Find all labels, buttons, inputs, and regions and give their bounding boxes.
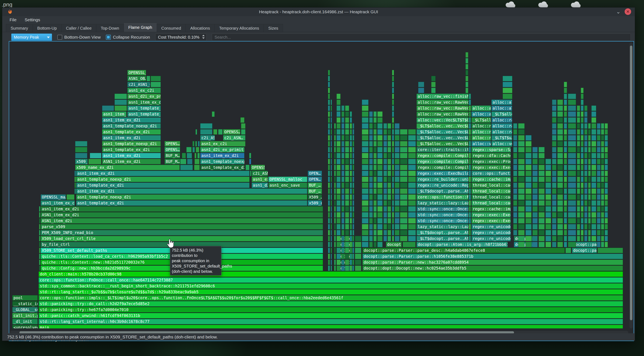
flame-frame-unlabeled[interactable] xyxy=(400,194,408,200)
flame-frame[interactable]: asn1_item_ex_d2i xyxy=(102,153,161,158)
flame-frame-unlabeled[interactable] xyxy=(395,171,400,176)
flame-frame-unlabeled[interactable] xyxy=(532,224,538,230)
flame-frame-unlabeled[interactable] xyxy=(584,117,588,123)
flame-frame-unlabeled[interactable] xyxy=(591,141,596,146)
flame-frame-unlabeled[interactable] xyxy=(466,82,468,87)
flame-frame-unlabeled[interactable] xyxy=(588,218,591,224)
flame-frame-unlabeled[interactable] xyxy=(557,171,563,176)
flame-frame-unlabeled[interactable] xyxy=(328,76,330,81)
flame-frame-unlabeled[interactable] xyxy=(513,141,517,146)
flame-frame-unlabeled[interactable] xyxy=(604,129,608,135)
flame-frame-unlabeled[interactable] xyxy=(597,141,600,146)
flame-frame-unlabeled[interactable] xyxy=(469,141,471,146)
flame-frame-unlabeled[interactable] xyxy=(466,64,468,70)
flame-frame-unlabeled[interactable] xyxy=(377,242,382,247)
flame-frame-unlabeled[interactable] xyxy=(362,100,368,105)
flame-frame-unlabeled[interactable] xyxy=(400,147,408,152)
flame-frame-unlabeled[interactable] xyxy=(564,141,567,146)
flame-frame-unlabeled[interactable] xyxy=(577,206,580,212)
flame-frame-unlabeled[interactable] xyxy=(552,171,556,176)
flame-frame-unlabeled[interactable] xyxy=(546,159,551,164)
flame-frame-unlabeled[interactable] xyxy=(330,147,332,152)
flame-frame-unlabeled[interactable] xyxy=(342,183,344,188)
flame-frame-unlabeled[interactable] xyxy=(513,189,517,194)
flame-frame-unlabeled[interactable] xyxy=(330,218,332,224)
flame-frame-unlabeled[interactable] xyxy=(392,159,394,164)
flame-frame-unlabeled[interactable] xyxy=(336,176,340,182)
flame-frame-unlabeled[interactable] xyxy=(538,153,544,158)
flame-frame-unlabeled[interactable] xyxy=(350,117,352,123)
flame-frame-unlabeled[interactable] xyxy=(374,183,377,188)
flame-frame-unlabeled[interactable] xyxy=(388,171,391,176)
flame-frame-unlabeled[interactable] xyxy=(345,218,349,224)
flame-frame-unlabeled[interactable] xyxy=(362,224,368,230)
flame-frame-unlabeled[interactable] xyxy=(342,129,344,135)
flame-frame-unlabeled[interactable] xyxy=(352,159,354,164)
tab-consumed[interactable]: Consumed xyxy=(157,24,186,32)
flame-frame[interactable]: x509_name_ex_d2i xyxy=(75,165,180,170)
flame-frame-unlabeled[interactable] xyxy=(374,236,377,241)
flame-frame-unlabeled[interactable] xyxy=(384,236,387,241)
flame-frame[interactable]: docopt::parse::Parser::parse_desc::h4a6d… xyxy=(362,248,565,253)
flame-frame-unlabeled[interactable] xyxy=(568,200,576,206)
flame-frame[interactable]: asn1_template_ex_d2i xyxy=(76,183,250,188)
flame-frame-unlabeled[interactable] xyxy=(597,200,600,206)
flame-frame-unlabeled[interactable] xyxy=(180,165,193,170)
flame-frame-unlabeled[interactable] xyxy=(568,171,576,176)
flame-frame-unlabeled[interactable] xyxy=(588,176,591,182)
flame-frame-unlabeled[interactable] xyxy=(388,147,391,152)
flame-frame-unlabeled[interactable] xyxy=(526,165,532,170)
flame-frame-unlabeled[interactable] xyxy=(328,147,330,152)
flame-frame-unlabeled[interactable] xyxy=(604,159,608,164)
flame-frame-unlabeled[interactable] xyxy=(513,176,517,182)
flame-frame-unlabeled[interactable] xyxy=(330,230,332,235)
flame-frame[interactable]: core::ops::function::FnOnce::call_once::… xyxy=(38,277,623,283)
flame-frame-unlabeled[interactable] xyxy=(395,183,400,188)
flame-frame-unlabeled[interactable] xyxy=(334,212,336,218)
flame-frame-unlabeled[interactable] xyxy=(377,141,382,146)
flame-frame-unlabeled[interactable] xyxy=(557,135,563,141)
flame-frame-unlabeled[interactable] xyxy=(350,153,352,158)
flame-frame[interactable]: asn1_item_ex_d2i xyxy=(76,189,307,194)
flame-frame-unlabeled[interactable] xyxy=(591,230,596,235)
flame-frame-unlabeled[interactable] xyxy=(241,129,246,135)
flame-frame-unlabeled[interactable] xyxy=(538,218,544,224)
flame-frame-unlabeled[interactable] xyxy=(581,236,584,241)
flame-frame[interactable]: asn1_item_ex_com xyxy=(40,200,75,206)
flame-frame-unlabeled[interactable] xyxy=(577,212,580,218)
flame-frame-unlabeled[interactable] xyxy=(577,218,580,224)
flame-frame[interactable]: asn1_item_ex_d2i xyxy=(40,206,323,212)
flame-frame-unlabeled[interactable] xyxy=(187,153,192,158)
flame-frame-unlabeled[interactable] xyxy=(588,236,591,241)
flame-frame-unlabeled[interactable] xyxy=(350,141,352,146)
flame-frame-unlabeled[interactable] xyxy=(362,176,368,182)
flame-frame-unlabeled[interactable] xyxy=(518,224,525,230)
flame-frame-unlabeled[interactable] xyxy=(538,242,544,247)
flame-frame-unlabeled[interactable] xyxy=(345,176,349,182)
flame-frame[interactable]: alloc::ve xyxy=(491,141,512,146)
flame-frame-unlabeled[interactable] xyxy=(591,218,596,224)
flame-frame-unlabeled[interactable] xyxy=(552,176,556,182)
flame-frame-unlabeled[interactable] xyxy=(336,105,340,111)
flame-frame[interactable]: asn1_d2i_ex_prim xyxy=(127,94,161,99)
flame-frame[interactable]: asn1_item_ex_d2i xyxy=(200,153,244,158)
flame-frame-unlabeled[interactable] xyxy=(408,236,416,241)
flame-frame[interactable]: BUF_M… xyxy=(164,159,180,164)
flame-frame-unlabeled[interactable] xyxy=(584,206,588,212)
flame-frame-unlabeled[interactable] xyxy=(469,212,471,218)
flame-frame-unlabeled[interactable] xyxy=(538,230,544,235)
flame-frame[interactable]: OPENSS… xyxy=(250,165,265,170)
flame-frame-unlabeled[interactable] xyxy=(568,212,576,218)
flame-frame-unlabeled[interactable] xyxy=(88,159,102,164)
flame-frame-unlabeled[interactable] xyxy=(604,242,608,247)
flame-frame-unlabeled[interactable] xyxy=(377,171,382,176)
flame-frame-unlabeled[interactable] xyxy=(513,183,517,188)
flame-frame[interactable]: alloc::raw_vec::RawVec$L xyxy=(416,100,468,105)
flame-frame-unlabeled[interactable] xyxy=(328,123,330,129)
flame-frame-unlabeled[interactable] xyxy=(362,242,368,247)
flame-frame-unlabeled[interactable] xyxy=(557,236,563,241)
flame-frame-unlabeled[interactable] xyxy=(336,212,340,218)
flame-frame-unlabeled[interactable] xyxy=(552,147,556,152)
flame-frame-unlabeled[interactable] xyxy=(601,194,604,200)
flame-frame-unlabeled[interactable] xyxy=(564,212,567,218)
